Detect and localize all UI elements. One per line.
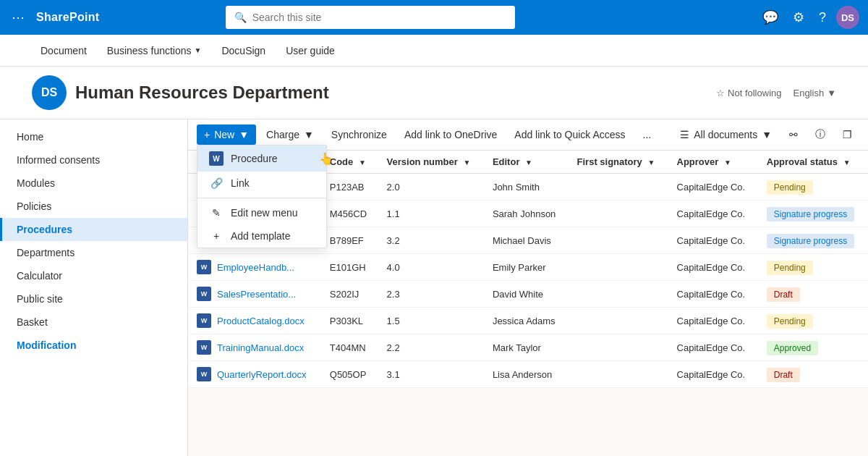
table-row[interactable]: W SalesPresentatio... S202IJ 2.3 David W… bbox=[188, 281, 868, 308]
cell-name: W QuarterlyReport.docx bbox=[188, 361, 321, 388]
word-doc-icon: W bbox=[197, 367, 211, 381]
table-row[interactable]: W EmployeeHandb... E101GH 4.0 Emily Park… bbox=[188, 254, 868, 281]
table-row[interactable]: W ProductCatalog.docx P303KL 1.5 Jessica… bbox=[188, 308, 868, 334]
doc-link[interactable]: EmployeeHandb... bbox=[217, 262, 294, 273]
cell-first-signatory bbox=[569, 254, 668, 281]
doc-link[interactable]: TrainingManual.docx bbox=[217, 342, 304, 353]
cell-editor: Jessica Adams bbox=[484, 308, 569, 334]
col-editor[interactable]: Editor ▼ bbox=[484, 151, 569, 174]
chevron-down-icon: ▼ bbox=[827, 88, 836, 98]
col-version[interactable]: Version number ▼ bbox=[378, 151, 484, 174]
chevron-down-icon: ▼ bbox=[304, 129, 314, 140]
sidebar-item-modification[interactable]: Modification bbox=[0, 334, 187, 357]
cell-approver: CapitalEdge Co. bbox=[668, 254, 758, 281]
cell-editor: Lisa Anderson bbox=[484, 361, 569, 388]
cell-code: Q505OP bbox=[321, 361, 378, 388]
dropdown-item-add-template[interactable]: + Add template bbox=[197, 224, 326, 248]
cell-code: M456CD bbox=[321, 200, 378, 227]
link-icon: 🔗 bbox=[209, 177, 224, 189]
sidebar-item-policies[interactable]: Policies bbox=[0, 195, 187, 218]
dropdown-item-edit-menu[interactable]: ✎ Edit new menu bbox=[197, 201, 326, 224]
cell-status: Pending bbox=[758, 174, 868, 200]
more-button[interactable]: ... bbox=[636, 124, 659, 145]
sidebar-item-procedures[interactable]: Procedures bbox=[0, 218, 187, 241]
word-doc-icon: W bbox=[197, 340, 211, 355]
new-button[interactable]: + New ▼ bbox=[197, 124, 256, 145]
page-title: Human Resources Department bbox=[75, 83, 329, 103]
sidebar-item-public-site[interactable]: Public site bbox=[0, 287, 187, 311]
all-documents-button[interactable]: ☰ All documents ▼ bbox=[673, 124, 779, 145]
cell-name: W ProductCatalog.docx bbox=[188, 308, 321, 334]
filter-button[interactable]: ⚯ bbox=[782, 124, 805, 145]
cursor-indicator: 👆 bbox=[319, 152, 333, 166]
cell-version: 1.1 bbox=[378, 200, 484, 227]
sidebar-item-home[interactable]: Home bbox=[0, 125, 187, 148]
word-icon: W bbox=[209, 151, 224, 166]
cell-first-signatory bbox=[569, 200, 668, 227]
cell-version: 1.5 bbox=[378, 308, 484, 334]
content-area: + New ▼ W Procedure 👆 🔗 Link bbox=[188, 119, 868, 456]
col-first-signatory[interactable]: First signatory ▼ bbox=[569, 151, 668, 174]
col-approver[interactable]: Approver ▼ bbox=[668, 151, 758, 174]
cmd-right-actions: ☰ All documents ▼ ⚯ ⓘ ❐ bbox=[673, 124, 859, 145]
edit-icon: ✎ bbox=[209, 207, 224, 219]
language-btn[interactable]: English ▼ bbox=[793, 88, 836, 98]
new-dropdown-menu: W Procedure 👆 🔗 Link ✎ Edit new menu bbox=[197, 145, 327, 248]
avatar[interactable]: DS bbox=[836, 6, 859, 29]
doc-link[interactable]: ProductCatalog.docx bbox=[217, 316, 305, 326]
chat-icon[interactable]: 💬 bbox=[758, 5, 783, 30]
cell-code: T404MN bbox=[321, 334, 378, 361]
dropdown-item-link[interactable]: 🔗 Link bbox=[197, 172, 326, 195]
chevron-down-icon: ▼ bbox=[762, 129, 772, 140]
sidebar-item-calculator[interactable]: Calculator bbox=[0, 264, 187, 287]
cell-code: B789EF bbox=[321, 227, 378, 254]
search-input[interactable] bbox=[252, 12, 506, 23]
status-badge: Signature progress bbox=[767, 234, 854, 248]
sidebar-item-departments[interactable]: Departments bbox=[0, 241, 187, 264]
nav-item-docusign[interactable]: DocuSign bbox=[213, 38, 274, 64]
status-badge: Draft bbox=[767, 287, 800, 302]
search-bar: 🔍 bbox=[226, 6, 515, 29]
nav-item-user-guide[interactable]: User guide bbox=[277, 38, 344, 64]
cell-first-signatory bbox=[569, 281, 668, 308]
doc-link[interactable]: QuarterlyReport.docx bbox=[217, 369, 307, 380]
cell-editor: Sarah Johnson bbox=[484, 200, 569, 227]
cell-status: Signature progress bbox=[758, 227, 868, 254]
sidebar-item-informed-consents[interactable]: Informed consents bbox=[0, 148, 187, 172]
expand-button[interactable]: ❐ bbox=[835, 124, 859, 145]
page-header: DS Human Resources Department ☆ Not foll… bbox=[0, 67, 868, 119]
doc-link[interactable]: SalesPresentatio... bbox=[217, 289, 296, 300]
sidebar-item-basket[interactable]: Basket bbox=[0, 311, 187, 334]
add-onedrive-button[interactable]: Add link to OneDrive bbox=[397, 124, 504, 145]
charge-button[interactable]: Charge ▼ bbox=[259, 124, 321, 145]
nav-item-document[interactable]: Document bbox=[32, 38, 95, 64]
table-row[interactable]: W QuarterlyReport.docx Q505OP 3.1 Lisa A… bbox=[188, 361, 868, 388]
cell-approver: CapitalEdge Co. bbox=[668, 227, 758, 254]
not-following-btn[interactable]: ☆ Not following bbox=[716, 88, 781, 98]
settings-icon[interactable]: ⚙ bbox=[788, 5, 809, 30]
expand-icon: ❐ bbox=[843, 129, 852, 140]
cell-first-signatory bbox=[569, 308, 668, 334]
cell-code: P303KL bbox=[321, 308, 378, 334]
info-button[interactable]: ⓘ bbox=[808, 124, 833, 145]
site-nav: Document Business functions ▼ DocuSign U… bbox=[0, 35, 868, 67]
add-quick-access-button[interactable]: Add link to Quick Access bbox=[507, 124, 632, 145]
top-bar-actions: 💬 ⚙ ? DS bbox=[758, 5, 859, 30]
department-avatar: DS bbox=[32, 75, 67, 110]
dropdown-item-procedure[interactable]: W Procedure 👆 bbox=[197, 145, 326, 172]
help-icon[interactable]: ? bbox=[814, 6, 830, 30]
cell-first-signatory bbox=[569, 334, 668, 361]
search-icon: 🔍 bbox=[234, 12, 247, 23]
filter-icon: ⚯ bbox=[789, 129, 798, 140]
word-doc-icon: W bbox=[197, 313, 211, 328]
waffle-icon[interactable]: ⋯ bbox=[9, 7, 27, 28]
cell-status: Pending bbox=[758, 254, 868, 281]
col-approval-status[interactable]: Approval status ▼ bbox=[758, 151, 868, 174]
table-row[interactable]: W TrainingManual.docx T404MN 2.2 Mark Ta… bbox=[188, 334, 868, 361]
synchronize-button[interactable]: Synchronize bbox=[324, 124, 394, 145]
nav-item-business-functions[interactable]: Business functions ▼ bbox=[98, 38, 210, 64]
main-layout: Home Informed consents Modules Policies … bbox=[0, 119, 868, 456]
status-badge: Pending bbox=[767, 261, 813, 275]
sidebar-item-modules[interactable]: Modules bbox=[0, 172, 187, 195]
cell-approver: CapitalEdge Co. bbox=[668, 308, 758, 334]
